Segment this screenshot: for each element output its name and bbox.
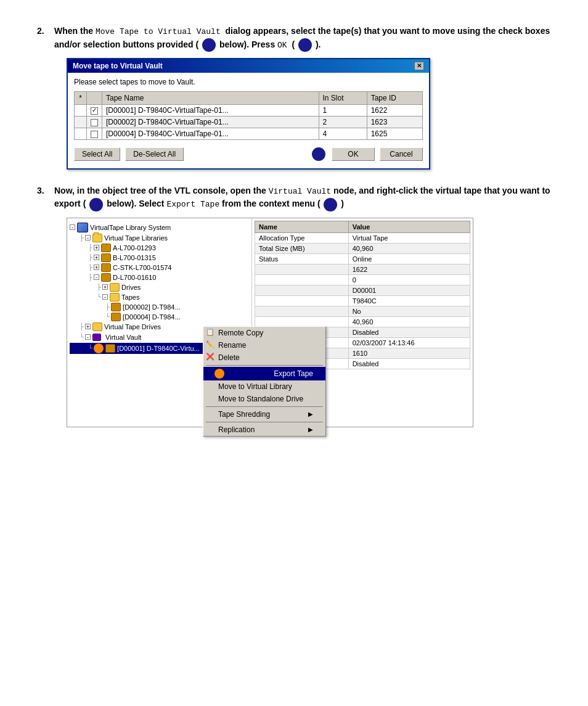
step-2-content: When the Move Tape to Virtual Vault dial… bbox=[54, 25, 551, 170]
ctx-export-tape-label: Export Tape bbox=[274, 369, 313, 378]
ctx-sep-2 bbox=[206, 406, 323, 407]
orange-callout bbox=[94, 343, 104, 353]
tree-c: ├ + C-STK-L700-01574 bbox=[70, 263, 249, 273]
row1-name: [D00001] D-T9840C-VirtualTape-01... bbox=[102, 104, 319, 116]
ctx-move-vlib-label: Move to Virtual Library bbox=[218, 382, 292, 391]
vtl-line: ├ bbox=[80, 234, 84, 241]
a-tape-icon bbox=[101, 244, 111, 252]
ctx-delete[interactable]: ❌ Delete bbox=[203, 351, 325, 364]
callout-2 bbox=[298, 38, 312, 52]
prop-size: Total Size (MB) 40,960 bbox=[255, 243, 470, 253]
callout-ok bbox=[312, 147, 325, 161]
a-line: ├ bbox=[88, 244, 92, 251]
export-callout-circle bbox=[214, 369, 224, 379]
step-2-label: When the bbox=[54, 26, 93, 36]
d00004-line: └ bbox=[105, 313, 110, 320]
prop-status: Status Online bbox=[255, 253, 470, 264]
c-line: ├ bbox=[88, 264, 92, 271]
prop-row5-value: 0 bbox=[348, 274, 470, 285]
ctx-tape-shredding[interactable]: Tape Shredding ▶ bbox=[203, 408, 325, 421]
row3-checkbox[interactable] bbox=[91, 131, 98, 138]
tape-row-2: [D00002] D-T9840C-VirtualTape-01... 2 16… bbox=[75, 116, 423, 128]
ctx-move-standalone[interactable]: Move to Standalone Drive bbox=[203, 393, 325, 405]
dialog-titlebar: Move tape to Virtual Vault ✕ bbox=[68, 59, 429, 73]
row2-checkbox[interactable] bbox=[91, 119, 98, 126]
prop-alloc-value: Virtual Tape bbox=[348, 232, 470, 243]
d00001-tape-icon bbox=[105, 344, 115, 353]
row2-check[interactable] bbox=[87, 116, 102, 128]
props-name-header: Name bbox=[255, 221, 349, 232]
rename-icon: ✏️ bbox=[206, 340, 216, 350]
ctx-export-tape[interactable]: Export Tape bbox=[203, 367, 325, 380]
dialog-close-button[interactable]: ✕ bbox=[414, 62, 424, 70]
cancel-button[interactable]: Cancel bbox=[380, 147, 423, 161]
step-3-end: from the context menu ( bbox=[222, 199, 320, 208]
ok-button[interactable]: OK bbox=[332, 147, 375, 161]
a-expand[interactable]: + bbox=[94, 245, 99, 250]
export-tape-code: Export Tape bbox=[166, 200, 219, 209]
ok-cancel-buttons: OK Cancel bbox=[311, 147, 423, 161]
row1-check[interactable] bbox=[87, 104, 102, 116]
ctx-rename-label: Rename bbox=[218, 341, 246, 350]
tree-vtl-label: Virtual Tape Libraries bbox=[104, 234, 168, 242]
select-all-button[interactable]: Select All bbox=[74, 147, 120, 161]
c-tape-icon bbox=[101, 263, 111, 272]
dialog-title: Move tape to Virtual Vault bbox=[73, 62, 163, 70]
drives-expand[interactable]: + bbox=[102, 284, 108, 290]
context-menu: 📋 Remote Copy ✏️ Rename ❌ Delete Export … bbox=[203, 326, 326, 437]
callout-3 bbox=[89, 198, 103, 211]
tape-shredding-arrow: ▶ bbox=[308, 411, 313, 417]
ctx-sep-1 bbox=[206, 365, 323, 366]
prop-row8-value: No bbox=[348, 306, 470, 316]
prop-row5: 0 bbox=[255, 274, 470, 285]
col-tape-name: Tape Name bbox=[102, 91, 319, 104]
row3-name: [D00004] D-T9840C-VirtualTape-01... bbox=[102, 128, 319, 139]
vtvault-expand[interactable]: - bbox=[85, 334, 91, 340]
step-2-text: When the Move Tape to Virtual Vault dial… bbox=[54, 25, 551, 52]
ctx-remote-copy[interactable]: 📋 Remote Copy bbox=[203, 327, 325, 339]
b-line: ├ bbox=[88, 254, 92, 261]
step-2-number: 2. bbox=[37, 25, 54, 170]
d-expand[interactable]: - bbox=[94, 274, 99, 280]
step-2-rest4: ). bbox=[316, 39, 321, 49]
vtl-expand[interactable]: - bbox=[85, 235, 91, 240]
prop-row9-name bbox=[255, 316, 349, 327]
row3-check[interactable] bbox=[87, 128, 102, 139]
prop-row9: 40,960 bbox=[255, 316, 470, 327]
tree-drives-label: Drives bbox=[121, 284, 141, 291]
copy-icon: 📋 bbox=[206, 328, 216, 338]
ctx-rename[interactable]: ✏️ Rename bbox=[203, 339, 325, 351]
row3-id: 1625 bbox=[367, 128, 422, 139]
root-expand[interactable]: - bbox=[70, 224, 75, 230]
tree-tapes-label: Tapes bbox=[121, 293, 139, 301]
row1-star bbox=[75, 104, 87, 116]
prop-row7-name bbox=[255, 295, 349, 306]
c-expand[interactable]: + bbox=[94, 265, 99, 270]
deselect-all-button[interactable]: De-Select All bbox=[125, 147, 184, 161]
prop-row11-value: 02/03/2007 14:13:46 bbox=[348, 337, 470, 348]
tree-c-label: C-STK-L700-01574 bbox=[113, 264, 171, 271]
prop-size-value: 40,960 bbox=[348, 243, 470, 253]
server-icon bbox=[77, 223, 88, 232]
ctx-move-standalone-label: Move to Standalone Drive bbox=[218, 395, 303, 403]
ctx-replication[interactable]: Replication ▶ bbox=[203, 424, 325, 436]
ctx-remote-copy-label: Remote Copy bbox=[218, 329, 263, 337]
row1-checkbox[interactable] bbox=[91, 107, 98, 115]
b-tape-icon bbox=[101, 253, 111, 262]
b-expand[interactable]: + bbox=[94, 255, 99, 260]
prop-row8-name bbox=[255, 306, 349, 316]
tapes-expand[interactable]: - bbox=[102, 294, 108, 300]
vtdrives-expand[interactable]: + bbox=[85, 324, 91, 329]
replication-arrow: ▶ bbox=[308, 426, 313, 433]
prop-row10-value: Disabled bbox=[348, 327, 470, 337]
prop-row7: T9840C bbox=[255, 295, 470, 306]
step-3-text: Now, in the object tree of the VTL conso… bbox=[54, 184, 551, 211]
props-value-header: Value bbox=[348, 221, 470, 232]
d00004-tape-icon bbox=[111, 313, 121, 321]
col-star: * bbox=[75, 91, 87, 104]
vtvault-line: └ bbox=[80, 334, 84, 340]
ctx-move-vlib[interactable]: Move to Virtual Library bbox=[203, 380, 325, 393]
vtl-folder-icon bbox=[92, 234, 102, 242]
tapes-line: └ bbox=[97, 293, 101, 300]
vtdrives-folder-icon bbox=[92, 322, 102, 331]
